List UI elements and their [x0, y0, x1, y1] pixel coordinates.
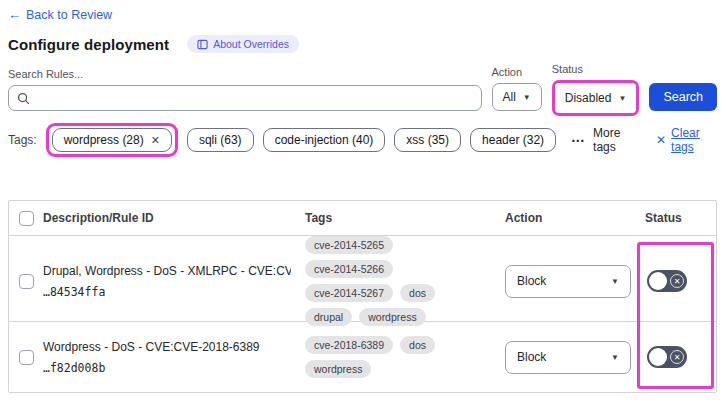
back-link-label: Back to Review: [26, 8, 112, 22]
rule-description: Drupal, Wordpress - DoS - XMLRPC - CVE:C…: [43, 264, 291, 278]
book-icon: [197, 39, 208, 50]
ellipsis-icon: ⋯: [571, 132, 586, 148]
rule-tag-chip: drupal: [305, 308, 352, 326]
tag-filter-xss[interactable]: xss (35): [394, 128, 461, 152]
rule-tag-chip: dos: [400, 336, 435, 354]
more-tags-button[interactable]: ⋯ More tags: [571, 126, 637, 154]
rule-action-select[interactable]: Block ▼: [505, 341, 631, 374]
column-status: Status: [645, 211, 716, 225]
configure-deployment-page: ← Back to Review Configure deployment Ab…: [0, 0, 725, 406]
rules-table: Description/Rule ID Tags Action Status D…: [8, 200, 717, 393]
rule-id: …f82d008b: [43, 361, 291, 375]
selected-tag-highlight: wordpress (28) ✕: [46, 123, 178, 157]
rule-tag-chip: cve-2014-5266: [305, 260, 393, 278]
status-filter-value: Disabled: [565, 91, 612, 105]
search-rules-box[interactable]: [8, 85, 482, 111]
rule-tags: cve-2018-6389 dos wordpress: [305, 336, 505, 378]
remove-tag-icon[interactable]: ✕: [151, 134, 160, 147]
search-icon: [17, 92, 30, 105]
back-arrow-icon: ←: [8, 7, 21, 22]
rule-tag-chip: cve-2014-5267: [305, 284, 393, 302]
tag-filter-wordpress-label: wordpress (28): [64, 133, 144, 147]
caret-down-icon: ▼: [523, 93, 531, 102]
table-header-row: Description/Rule ID Tags Action Status: [9, 201, 716, 236]
tags-filter-bar: Tags: wordpress (28) ✕ sqli (63) code-in…: [8, 123, 717, 157]
status-filter-label: Status: [552, 63, 640, 75]
status-filter-select[interactable]: Disabled ▼: [556, 84, 636, 112]
row-checkbox[interactable]: [19, 274, 34, 289]
row-checkbox[interactable]: [19, 350, 34, 365]
rule-tag-chip: wordpress: [305, 360, 371, 378]
rule-tag-chip: wordpress: [359, 308, 425, 326]
clear-x-icon: ✕: [656, 133, 666, 147]
rule-tag-chip: dos: [400, 284, 435, 302]
column-action: Action: [505, 211, 645, 225]
tag-filter-code-injection[interactable]: code-injection (40): [263, 128, 386, 152]
back-to-review-link[interactable]: ← Back to Review: [8, 7, 112, 22]
toggle-knob: [649, 348, 667, 366]
table-row: Wordpress - DoS - CVE:CVE-2018-6389 …f82…: [9, 322, 716, 392]
status-filter-highlight: Disabled ▼: [552, 80, 640, 116]
rule-action-value: Block: [517, 274, 546, 288]
page-title: Configure deployment: [8, 36, 169, 53]
tags-label: Tags:: [8, 133, 37, 147]
rule-id: …84534ffa: [43, 285, 291, 299]
action-filter-value: All: [503, 90, 516, 104]
more-tags-label: More tags: [593, 126, 637, 154]
rule-status-toggle-off[interactable]: ✕: [647, 270, 687, 292]
clear-tags-button[interactable]: ✕ Clear tags: [656, 126, 717, 154]
filter-row: Search Rules... Action All ▼ Status: [8, 63, 717, 111]
rule-action-value: Block: [517, 350, 546, 364]
column-description: Description/Rule ID: [43, 211, 305, 225]
search-rules-label: Search Rules...: [8, 68, 482, 80]
rule-tags: cve-2014-5265 cve-2014-5266 cve-2014-526…: [305, 236, 505, 326]
toggle-off-x-icon: ✕: [670, 350, 684, 364]
action-filter-select[interactable]: All ▼: [492, 83, 542, 111]
column-tags: Tags: [305, 211, 505, 225]
rule-action-select[interactable]: Block ▼: [505, 265, 631, 298]
caret-down-icon: ▼: [611, 277, 619, 286]
about-overrides-label: About Overrides: [213, 38, 289, 50]
rule-tag-chip: cve-2014-5265: [305, 236, 393, 254]
rule-tag-chip: cve-2018-6389: [305, 336, 393, 354]
caret-down-icon: ▼: [618, 94, 626, 103]
select-all-checkbox[interactable]: [19, 211, 34, 226]
clear-tags-label: Clear tags: [671, 126, 717, 154]
search-button[interactable]: Search: [649, 83, 717, 111]
action-filter-label: Action: [492, 66, 542, 78]
toggle-knob: [649, 272, 667, 290]
title-row: Configure deployment About Overrides: [8, 35, 717, 53]
tag-filter-header[interactable]: header (32): [470, 128, 556, 152]
about-overrides-badge[interactable]: About Overrides: [187, 35, 299, 53]
rule-status-toggle-off[interactable]: ✕: [647, 346, 687, 368]
caret-down-icon: ▼: [611, 353, 619, 362]
table-row: Drupal, Wordpress - DoS - XMLRPC - CVE:C…: [9, 236, 716, 322]
search-rules-input[interactable]: [36, 91, 473, 105]
rule-description: Wordpress - DoS - CVE:CVE-2018-6389: [43, 340, 291, 354]
tag-filter-sqli[interactable]: sqli (63): [187, 128, 254, 152]
toggle-off-x-icon: ✕: [670, 274, 684, 288]
tag-filter-wordpress[interactable]: wordpress (28) ✕: [52, 128, 172, 152]
